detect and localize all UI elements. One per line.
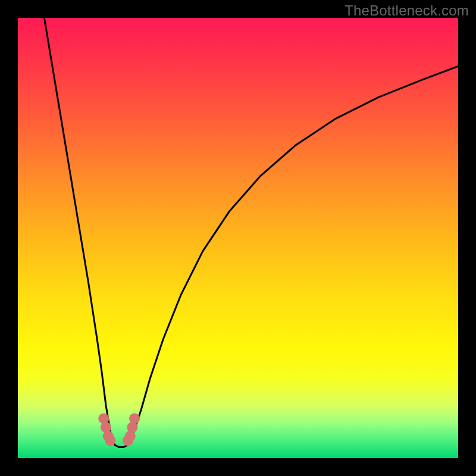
valley-marker: [129, 413, 140, 424]
watermark-text: TheBottleneck.com: [345, 2, 469, 19]
bottleneck-curve-path: [44, 18, 458, 447]
chart-plot-area: [18, 18, 458, 458]
valley-marker: [105, 435, 115, 446]
bottleneck-curve: [18, 18, 458, 458]
